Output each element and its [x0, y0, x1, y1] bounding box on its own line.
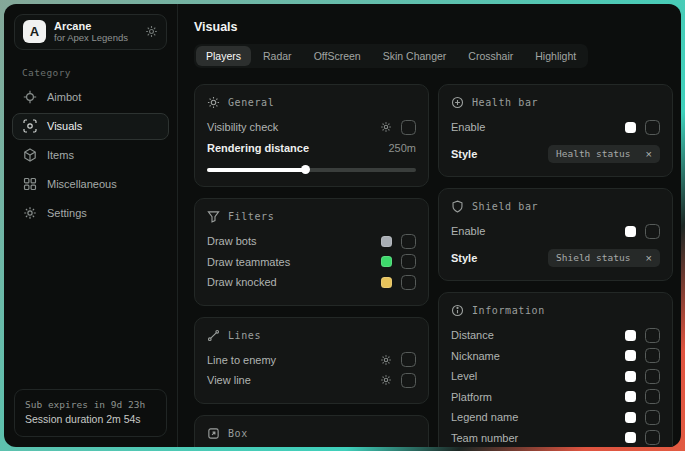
health-enable-row: Enable [451, 117, 660, 138]
cube-icon [23, 148, 37, 162]
tab-crosshair[interactable]: Crosshair [458, 46, 523, 66]
dropdown-value: Shield status [556, 252, 630, 263]
team-number-checkbox[interactable] [645, 430, 660, 445]
panel-information: Information Distance Nickname [438, 292, 673, 447]
tab-skin-changer[interactable]: Skin Changer [373, 46, 457, 66]
sidebar-item-aimbot[interactable]: Aimbot [12, 84, 169, 111]
draw-bots-checkbox[interactable] [401, 234, 416, 249]
clear-icon[interactable]: × [646, 252, 652, 264]
draw-knocked-checkbox[interactable] [401, 275, 416, 290]
box-icon [207, 427, 220, 440]
shield-enable-checkbox[interactable] [645, 224, 660, 239]
color-swatch[interactable] [625, 226, 636, 237]
health-cross-icon [451, 96, 464, 109]
color-swatch[interactable] [625, 122, 636, 133]
panel-title: General [228, 97, 274, 108]
color-swatch[interactable] [625, 350, 636, 361]
scan-eye-icon [23, 119, 37, 133]
color-swatch[interactable] [381, 236, 392, 247]
draw-knocked-row: Draw knocked [207, 272, 416, 293]
nickname-checkbox[interactable] [645, 348, 660, 363]
view-line-row: View line [207, 370, 416, 391]
tab-players[interactable]: Players [196, 46, 251, 66]
shield-style-dropdown[interactable]: Shield status × [548, 249, 660, 267]
row-label: Draw bots [207, 235, 257, 247]
health-style-row: Style Health status × [451, 144, 660, 165]
clear-icon[interactable]: × [646, 148, 652, 160]
sidebar-item-label: Miscellaneous [47, 178, 117, 190]
shield-icon [451, 200, 464, 213]
gear-icon[interactable] [380, 354, 392, 366]
legend-name-checkbox[interactable] [645, 410, 660, 425]
app-title: Arcane [54, 20, 128, 33]
gear-icon[interactable] [380, 374, 392, 386]
panel-title: Filters [228, 211, 274, 222]
tab-radar[interactable]: Radar [253, 46, 302, 66]
health-enable-checkbox[interactable] [645, 120, 660, 135]
shield-enable-row: Enable [451, 221, 660, 242]
color-swatch[interactable] [625, 371, 636, 382]
platform-checkbox[interactable] [645, 389, 660, 404]
row-label: Team number [451, 432, 518, 444]
sidebar-item-settings[interactable]: Settings [12, 200, 169, 227]
panel-filters: Filters Draw bots Draw teammates [194, 198, 429, 306]
draw-bots-row: Draw bots [207, 231, 416, 252]
sidebar-item-visuals[interactable]: Visuals [12, 113, 169, 140]
row-label: Draw teammates [207, 256, 290, 268]
gear-icon [23, 206, 37, 220]
health-style-dropdown[interactable]: Health status × [548, 145, 660, 163]
row-label: Style [451, 252, 477, 264]
logo-card: A Arcane for Apex Legends [14, 14, 167, 50]
visibility-check-row: Visibility check [207, 117, 416, 138]
color-swatch[interactable] [625, 412, 636, 423]
sidebar-item-miscellaneous[interactable]: Miscellaneous [12, 171, 169, 198]
color-swatch[interactable] [381, 277, 392, 288]
level-row: Level [451, 366, 660, 387]
line-to-enemy-checkbox[interactable] [401, 352, 416, 367]
rendering-distance-slider[interactable] [207, 165, 416, 174]
gear-icon[interactable] [380, 121, 392, 133]
sub-expiry-text: Sub expires in 9d 23h [25, 398, 156, 412]
panel-box: Box Enable Enable background [194, 415, 429, 448]
row-label: Nickname [451, 350, 500, 362]
shield-style-row: Style Shield status × [451, 248, 660, 269]
draw-teammates-row: Draw teammates [207, 252, 416, 273]
sidebar: A Arcane for Apex Legends Category Aimbo… [4, 4, 178, 447]
panel-general: General Visibility check [194, 84, 429, 187]
app-identity: Arcane for Apex Legends [54, 20, 128, 44]
row-label: Level [451, 370, 477, 382]
panel-lines: Lines Line to enemy [194, 317, 429, 404]
line-to-enemy-row: Line to enemy [207, 350, 416, 371]
main-content: Visuals Players Radar OffScreen Skin Cha… [178, 4, 681, 447]
draw-teammates-checkbox[interactable] [401, 254, 416, 269]
settings-gear-icon[interactable] [145, 25, 158, 38]
line-icon [207, 329, 220, 342]
app-subtitle: for Apex Legends [54, 33, 128, 44]
tab-offscreen[interactable]: OffScreen [304, 46, 371, 66]
crosshair-icon [23, 90, 37, 104]
dropdown-value: Health status [556, 148, 630, 159]
row-label: Line to enemy [207, 354, 276, 366]
sidebar-item-items[interactable]: Items [12, 142, 169, 169]
tab-highlight[interactable]: Highlight [525, 46, 586, 66]
level-checkbox[interactable] [645, 369, 660, 384]
sun-icon [207, 96, 220, 109]
gradient-border: A Arcane for Apex Legends Category Aimbo… [0, 0, 685, 451]
color-swatch[interactable] [625, 330, 636, 341]
panel-shield-bar: Shield bar Enable Style Shield status [438, 188, 673, 281]
platform-row: Platform [451, 387, 660, 408]
row-label: Platform [451, 391, 492, 403]
visibility-check-checkbox[interactable] [401, 120, 416, 135]
distance-checkbox[interactable] [645, 328, 660, 343]
color-swatch[interactable] [625, 432, 636, 443]
funnel-icon [207, 210, 220, 223]
nickname-row: Nickname [451, 346, 660, 367]
color-swatch[interactable] [381, 256, 392, 267]
view-line-checkbox[interactable] [401, 373, 416, 388]
row-label: Distance [451, 329, 494, 341]
row-label: Legend name [451, 411, 518, 423]
color-swatch[interactable] [625, 391, 636, 402]
team-number-row: Team number [451, 428, 660, 448]
slider-thumb[interactable] [301, 165, 310, 174]
row-label: View line [207, 374, 251, 386]
